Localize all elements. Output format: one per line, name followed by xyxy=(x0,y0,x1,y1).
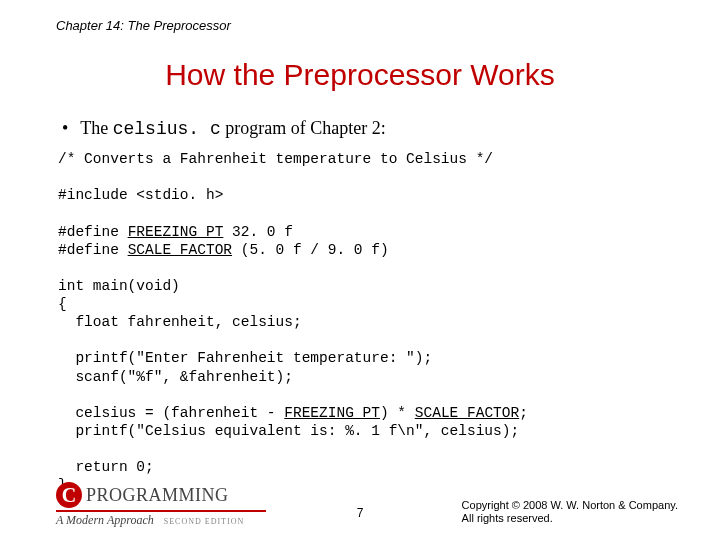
code-line: ) * xyxy=(380,405,415,421)
copyright-line: All rights reserved. xyxy=(462,512,678,526)
code-macro: FREEZING_PT xyxy=(284,405,380,421)
logo-word: PROGRAMMING xyxy=(86,485,229,506)
code-line: { xyxy=(58,296,67,312)
code-line: return 0; xyxy=(58,459,154,475)
code-line: (5. 0 f / 9. 0 f) xyxy=(232,242,389,258)
code-line: #define xyxy=(58,224,128,240)
slide-title: How the Preprocessor Works xyxy=(0,58,720,92)
code-line: printf("Celsius equivalent is: %. 1 f\n"… xyxy=(58,423,519,439)
code-macro: FREEZING_PT xyxy=(128,224,224,240)
bullet-text-post: program of Chapter 2: xyxy=(221,118,386,138)
bullet-item: • The celsius. c program of Chapter 2: xyxy=(62,118,386,139)
bullet-text-pre: The xyxy=(80,118,112,138)
code-line: printf("Enter Fahrenheit temperature: ")… xyxy=(58,350,432,366)
code-line: ; xyxy=(519,405,528,421)
code-line: 32. 0 f xyxy=(223,224,293,240)
logo-top-row: C PROGRAMMING xyxy=(56,482,266,508)
code-block: /* Converts a Fahrenheit temperature to … xyxy=(58,150,680,494)
code-line: celsius = (fahrenheit - xyxy=(58,405,284,421)
code-line: scanf("%f", &fahrenheit); xyxy=(58,369,293,385)
copyright-line: Copyright © 2008 W. W. Norton & Company. xyxy=(462,499,678,513)
chapter-label: Chapter 14: The Preprocessor xyxy=(56,18,231,33)
code-line: #define xyxy=(58,242,128,258)
copyright: Copyright © 2008 W. W. Norton & Company.… xyxy=(462,499,678,527)
code-line: #include <stdio. h> xyxy=(58,187,223,203)
code-macro: SCALE_FACTOR xyxy=(128,242,232,258)
code-line: float fahrenheit, celsius; xyxy=(58,314,302,330)
bullet-marker: • xyxy=(62,118,76,139)
bullet-text-code: celsius. c xyxy=(113,119,221,139)
logo-c-icon: C xyxy=(56,482,82,508)
book-logo: C PROGRAMMING A Modern Approach SECOND E… xyxy=(56,482,266,528)
code-line: /* Converts a Fahrenheit temperature to … xyxy=(58,151,493,167)
code-macro: SCALE_FACTOR xyxy=(415,405,519,421)
code-line: int main(void) xyxy=(58,278,180,294)
